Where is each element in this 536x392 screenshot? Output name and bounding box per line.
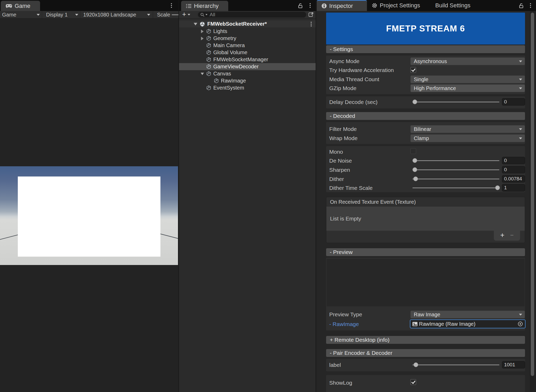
- tree-label: Lights: [213, 28, 227, 34]
- preview-type-dropdown[interactable]: Raw Image: [410, 311, 525, 318]
- denoise-field[interactable]: 0: [502, 157, 525, 164]
- game-menu-kebab-icon[interactable]: [169, 3, 174, 8]
- async-mode-dropdown[interactable]: Asynchronous: [410, 57, 525, 65]
- wrap-mode-dropdown[interactable]: Clamp: [410, 134, 525, 142]
- delay-decode-value: 0: [504, 99, 507, 105]
- pop-out-window-icon[interactable]: [308, 12, 314, 18]
- hierarchy-tab-label: Hierarchy: [194, 3, 219, 9]
- lock-icon[interactable]: [518, 3, 524, 9]
- thread-count-dropdown[interactable]: Single: [410, 75, 525, 83]
- hw-accel-checkbox[interactable]: [410, 67, 416, 73]
- tree-row-fmwebsocketmanager[interactable]: FMWebSocketManager: [179, 56, 316, 63]
- delay-decode-slider[interactable]: [412, 98, 499, 106]
- rawimage-link-label[interactable]: - RawImage: [329, 321, 359, 327]
- event-add-button[interactable]: +: [500, 232, 504, 239]
- tab-inspector[interactable]: Inspector: [317, 0, 367, 11]
- build-settings-label: Build Settings: [435, 2, 471, 9]
- slider-handle[interactable]: [412, 167, 417, 172]
- pair-label-slider[interactable]: [412, 361, 499, 368]
- tree-row-rawimage[interactable]: RawImage: [179, 77, 316, 84]
- thread-count-label: Media Thread Count: [329, 76, 379, 82]
- slider-handle[interactable]: [495, 185, 500, 190]
- game-tabstrip: Game: [0, 0, 178, 11]
- fmetp-banner-title: FMETP STREAM 6: [386, 24, 465, 34]
- dts-value: 1: [504, 185, 507, 191]
- pair-encoder-header[interactable]: - Pair Encoder & Decoder: [326, 349, 525, 357]
- display-dropdown[interactable]: Display 1: [46, 11, 79, 18]
- lock-icon[interactable]: [297, 3, 304, 9]
- foldout-expanded-icon[interactable]: [194, 23, 197, 25]
- foldout-expanded-icon[interactable]: [201, 73, 204, 75]
- slider-handle[interactable]: [413, 176, 418, 181]
- sharpen-field[interactable]: 0: [502, 166, 525, 173]
- event-remove-button[interactable]: −: [510, 232, 513, 238]
- mono-checkbox[interactable]: [410, 148, 416, 154]
- foldout-collapsed-icon[interactable]: [201, 30, 204, 33]
- denoise-slider[interactable]: [412, 157, 499, 164]
- inspector-menu-kebab-icon[interactable]: [528, 3, 533, 8]
- tree-row-lights[interactable]: Lights: [179, 28, 316, 35]
- slider-track[interactable]: [412, 179, 499, 179]
- tab-build-settings[interactable]: Build Settings: [435, 0, 471, 11]
- game-target-dropdown[interactable]: Game: [2, 11, 41, 18]
- inspector-panel: Inspector Project Settings Build Setting…: [316, 0, 536, 392]
- showlog-checkbox[interactable]: [410, 379, 416, 385]
- delay-decode-field[interactable]: 0: [502, 98, 525, 106]
- tree-row-main-camera[interactable]: Main Camera: [179, 42, 316, 49]
- dts-slider[interactable]: [412, 184, 499, 191]
- scrollbar-thumb[interactable]: [531, 13, 534, 376]
- tab-hierarchy[interactable]: Hierarchy: [181, 1, 228, 11]
- scale-slider[interactable]: [172, 14, 178, 15]
- rawimage-object-field[interactable]: RawImage (Raw Image): [410, 319, 526, 328]
- foldout-collapsed-icon[interactable]: [201, 37, 204, 40]
- dither-label: Dither: [329, 176, 344, 182]
- tree-row-canvas[interactable]: Canvas: [179, 70, 316, 77]
- preview-section-header[interactable]: - Preview: [326, 248, 525, 256]
- tab-project-settings[interactable]: Project Settings: [372, 0, 420, 11]
- slider-handle[interactable]: [412, 100, 417, 104]
- cube-icon: [206, 57, 211, 62]
- chevron-down-icon: [37, 14, 40, 16]
- object-picker-icon[interactable]: [517, 321, 523, 327]
- settings-section-header[interactable]: - Settings: [326, 45, 525, 53]
- slider-track[interactable]: [412, 169, 499, 170]
- hierarchy-search-input[interactable]: All: [198, 12, 306, 18]
- dither-slider[interactable]: [412, 175, 499, 183]
- tree-row-global-volume[interactable]: Global Volume: [179, 49, 316, 56]
- sharpen-slider[interactable]: [412, 166, 499, 173]
- slider-track[interactable]: [412, 160, 499, 161]
- chevron-down-icon: [188, 14, 190, 15]
- pair-label-label: label: [329, 362, 341, 368]
- dither-field[interactable]: 0.00784: [502, 175, 525, 183]
- scene-row[interactable]: FMWebSocketReceiver*: [179, 20, 316, 27]
- remote-desktop-header[interactable]: + Remote Desktop (info): [326, 336, 525, 344]
- chevron-down-icon: [75, 14, 78, 16]
- inspector-tab-label: Inspector: [329, 3, 353, 9]
- showlog-card: [326, 375, 525, 392]
- pair-label-field[interactable]: 1001: [502, 361, 525, 368]
- hierarchy-menu-kebab-icon[interactable]: [308, 3, 312, 8]
- decoded-header-label: - Decoded: [330, 113, 355, 119]
- chevron-down-icon: [519, 60, 522, 62]
- slider-track[interactable]: [412, 365, 499, 365]
- slider-track[interactable]: [412, 187, 499, 188]
- dts-field[interactable]: 1: [502, 184, 525, 191]
- tab-game[interactable]: Game: [1, 1, 40, 11]
- hw-accel-label: Try Hardware Acceleration: [329, 67, 394, 73]
- tree-row-eventsystem[interactable]: EventSystem: [179, 84, 316, 91]
- gzip-mode-dropdown[interactable]: High Performance: [410, 84, 525, 92]
- filter-mode-dropdown[interactable]: Bilinear: [410, 125, 525, 133]
- inspector-tabstrip: Inspector Project Settings Build Setting…: [316, 0, 536, 11]
- tree-row-gameviewdecoder[interactable]: GameViewDecoder: [179, 63, 316, 70]
- slider-track[interactable]: [412, 102, 499, 102]
- tree-row-geometry[interactable]: Geometry: [179, 35, 316, 42]
- decoded-section-header[interactable]: - Decoded: [326, 112, 525, 120]
- add-gameobject-button[interactable]: +: [182, 11, 193, 18]
- resolution-dropdown[interactable]: 1920x1080 Landscape: [83, 11, 152, 18]
- scene-kebab-icon[interactable]: [309, 21, 314, 27]
- slider-handle[interactable]: [414, 362, 418, 367]
- game-viewport[interactable]: [0, 166, 178, 265]
- hierarchy-list-icon: [186, 4, 192, 8]
- slider-handle[interactable]: [412, 158, 417, 163]
- tree-label: RawImage: [221, 78, 246, 84]
